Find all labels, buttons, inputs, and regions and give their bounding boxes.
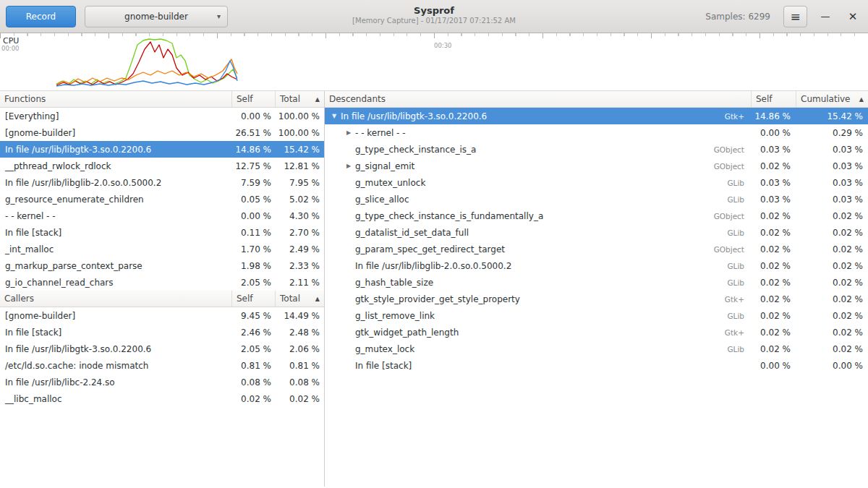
callers-total-label: Total [280,294,300,304]
table-row[interactable]: In file /usr/lib/libgtk-3.so.0.2200.62.0… [0,341,324,357]
tree-row[interactable]: g_datalist_id_set_data_fullGLib0.02 %0.0… [325,224,868,241]
function-name-cell: _int_malloc [0,244,231,254]
self-percent-cell: 0.02 % [751,294,796,304]
library-category-label: GLib [727,262,751,270]
table-row[interactable]: /etc/ld.so.cache: inode mismatch0.81 %0.… [0,357,324,374]
tree-row[interactable]: ▼In file /usr/lib/libgtk-3.so.0.2200.6Gt… [325,108,868,124]
function-name-cell: In file /usr/lib/libgtk-3.so.0.2200.6 [0,344,231,354]
functions-table: [Everything]0.00 %100.00 %[gnome-builder… [0,108,324,291]
tree-row[interactable]: In file /usr/lib/libglib-2.0.so.0.5000.2… [325,257,868,274]
expander-collapsed-icon[interactable]: ▶ [344,163,354,169]
table-row[interactable]: [Everything]0.00 %100.00 % [0,108,324,124]
function-name-cell: g_datalist_id_set_data_full [354,228,727,238]
cpu-orange-series [56,59,237,85]
callers-column-header[interactable]: Callers [0,291,231,307]
descendants-header-row: Descendants Self Cumulative ▲ [325,91,868,108]
functions-total-label: Total [280,94,300,104]
self-percent-cell: 0.02 % [751,344,796,354]
cumulative-percent-cell: 0.03 % [796,194,868,205]
function-name-cell: g_hash_table_size [354,278,727,288]
table-row[interactable]: In file /usr/lib/libglib-2.0.so.0.5000.2… [0,174,324,191]
callers-total-column-header[interactable]: Total ▲ [275,291,324,307]
tree-row[interactable]: g_type_check_instance_is_aGObject0.03 %0… [325,141,868,158]
tree-row[interactable]: g_mutex_lockGLib0.02 %0.02 % [325,341,868,357]
total-percent-cell: 0.02 % [275,394,324,404]
functions-column-header[interactable]: Functions [0,91,231,107]
tree-row[interactable]: ▶g_signal_emitGObject0.02 %0.03 % [325,158,868,174]
tree-row[interactable]: g_slice_allocGLib0.03 %0.03 % [325,191,868,207]
descendants-pane: Descendants Self Cumulative ▲ ▼In file /… [325,91,868,487]
function-name-cell: [Everything] [0,111,231,121]
table-row[interactable]: __pthread_rwlock_rdlock12.75 %12.81 % [0,158,324,174]
table-row[interactable]: g_resource_enumerate_children0.05 %5.02 … [0,191,324,207]
self-percent-cell: 0.02 % [751,244,796,254]
total-percent-cell: 15.42 % [275,145,324,155]
table-row[interactable]: _int_malloc1.70 %2.49 % [0,241,324,257]
descendants-cumulative-column-header[interactable]: Cumulative ▲ [796,91,868,107]
minimize-button[interactable]: — [816,7,835,26]
menu-button[interactable]: ≡ [783,6,807,27]
table-row[interactable]: - - kernel - -0.00 %4.30 % [0,207,324,224]
table-row[interactable]: In file [stack]0.11 %2.70 % [0,224,324,241]
functions-total-column-header[interactable]: Total ▲ [275,91,324,107]
function-name-cell: g_resource_enumerate_children [0,194,231,205]
tree-row[interactable]: ▶- - kernel - -0.00 %0.29 % [325,124,868,141]
function-name-cell: In file [stack] [0,228,231,238]
table-row[interactable]: [gnome-builder]9.45 %14.49 % [0,307,324,324]
self-percent-cell: 0.03 % [751,178,796,188]
tree-row[interactable]: g_param_spec_get_redirect_targetGObject0… [325,241,868,257]
descendants-self-column-header[interactable]: Self [751,91,796,107]
total-percent-cell: 2.48 % [275,328,324,338]
function-name-cell: g_type_check_instance_is_a [354,145,714,155]
tree-row[interactable]: g_mutex_unlockGLib0.03 %0.03 % [325,174,868,191]
tree-row[interactable]: In file [stack]0.00 %0.00 % [325,357,868,374]
self-percent-cell: 9.45 % [231,311,275,321]
total-percent-cell: 2.06 % [275,344,324,354]
table-row[interactable]: __libc_malloc0.02 %0.02 % [0,390,324,407]
descendants-column-header[interactable]: Descendants [325,91,751,107]
function-name-cell: In file /usr/lib/libglib-2.0.so.0.5000.2 [0,178,231,188]
table-row[interactable]: In file /usr/lib/libgtk-3.so.0.2200.614.… [0,141,324,158]
function-name-cell: __libc_malloc [0,394,231,404]
functions-self-column-header[interactable]: Self [231,91,275,107]
table-row[interactable]: g_markup_parse_context_parse1.98 %2.33 % [0,257,324,274]
tree-row[interactable]: g_type_check_instance_is_fundamentally_a… [325,207,868,224]
expander-expanded-icon[interactable]: ▼ [329,113,339,119]
function-name-cell: /etc/ld.so.cache: inode mismatch [0,361,231,371]
self-percent-cell: 0.03 % [751,194,796,205]
table-row[interactable]: g_io_channel_read_chars2.05 %2.11 % [0,274,324,291]
expander-collapsed-icon[interactable]: ▶ [344,129,354,136]
table-row[interactable]: [gnome-builder]26.51 %100.00 % [0,124,324,141]
library-category-label: GObject [714,162,751,171]
table-row[interactable]: In file [stack]2.46 %2.48 % [0,324,324,341]
tree-row[interactable]: g_hash_table_sizeGLib0.02 %0.02 % [325,274,868,291]
library-category-label: Gtk+ [725,112,751,121]
tree-row[interactable]: gtk_widget_path_lengthGtk+0.02 %0.02 % [325,324,868,341]
minimize-icon: — [821,11,830,22]
self-percent-cell: 0.00 % [231,111,275,121]
tree-row[interactable]: g_list_remove_linkGLib0.02 %0.02 % [325,307,868,324]
self-percent-cell: 2.05 % [231,278,275,288]
library-category-label: GObject [714,212,751,221]
self-percent-cell: 0.81 % [231,361,275,371]
cpu-graph[interactable]: CPU 00:00 00:30 [0,33,868,90]
callers-self-column-header[interactable]: Self [231,291,275,307]
function-name-cell: g_io_channel_read_chars [0,278,231,288]
cpu-red-series [56,42,237,85]
total-percent-cell: 100.00 % [275,111,324,121]
total-percent-cell: 14.49 % [275,311,324,321]
total-percent-cell: 4.30 % [275,211,324,221]
cumulative-percent-cell: 0.00 % [796,361,868,371]
descendants-cumulative-label: Cumulative [801,94,851,104]
tree-row[interactable]: gtk_style_provider_get_style_propertyGtk… [325,291,868,307]
library-category-label: GLib [727,312,751,320]
record-button[interactable]: Record [6,6,76,27]
close-button[interactable]: ✕ [843,7,862,26]
library-category-label: Gtk+ [725,295,751,304]
total-percent-cell: 5.02 % [275,194,324,205]
cumulative-percent-cell: 0.02 % [796,328,868,338]
table-row[interactable]: In file /usr/lib/libc-2.24.so0.08 %0.08 … [0,374,324,390]
function-name-cell: gtk_widget_path_length [354,328,725,338]
process-dropdown[interactable]: gnome-builder ▾ [85,6,228,27]
app-title: Sysprof [352,5,516,17]
